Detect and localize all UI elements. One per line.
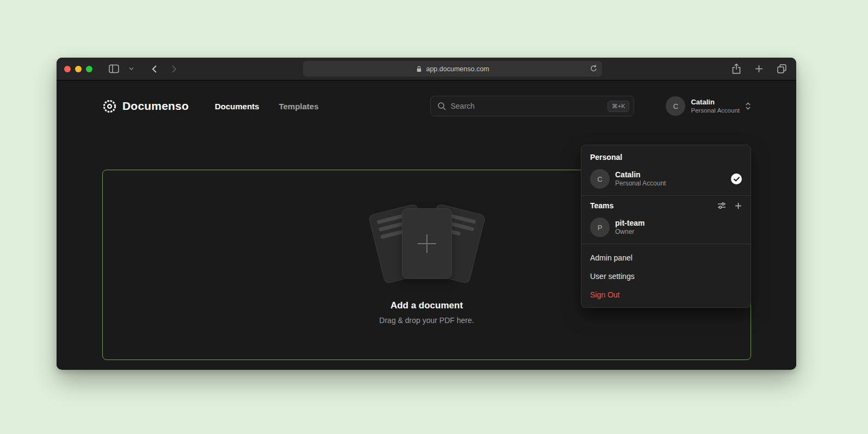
- sliders-icon: [717, 202, 726, 209]
- menu-item-admin-panel[interactable]: Admin panel: [581, 249, 751, 267]
- chevron-right-icon: [171, 65, 177, 73]
- nav-documents[interactable]: Documents: [215, 102, 259, 111]
- tabs-icon: [777, 64, 786, 73]
- share-button[interactable]: [730, 61, 743, 76]
- close-window-button[interactable]: [64, 66, 71, 72]
- sidebar-icon: [109, 64, 119, 73]
- titlebar-right-controls: [730, 61, 789, 76]
- chevron-down-icon: [129, 67, 134, 71]
- lock-icon: [416, 65, 423, 73]
- address-bar[interactable]: app.documenso.com: [303, 61, 602, 77]
- browser-window: app.documenso.com: [57, 58, 796, 370]
- teams-section-header: Teams: [581, 200, 751, 214]
- menu-divider: [581, 195, 751, 196]
- menu-item-sign-out[interactable]: Sign Out: [581, 286, 751, 304]
- personal-section-label: Personal: [581, 151, 751, 166]
- brand-name: Documenso: [122, 100, 189, 113]
- create-team-button[interactable]: [735, 202, 742, 209]
- url-text: app.documenso.com: [426, 65, 489, 73]
- tab-group-chevron-button[interactable]: [127, 65, 136, 73]
- brand[interactable]: Documenso: [102, 99, 189, 114]
- search-icon: [437, 102, 446, 110]
- personal-item-type: Personal Account: [615, 179, 726, 188]
- plus-icon: [735, 202, 742, 209]
- team-avatar: P: [590, 218, 610, 237]
- back-button[interactable]: [149, 63, 159, 76]
- selected-check-icon: [731, 173, 742, 184]
- account-avatar: C: [666, 96, 685, 116]
- plus-icon: [402, 209, 451, 278]
- dropzone-title: Add a document: [390, 300, 463, 311]
- share-icon: [732, 64, 741, 74]
- chevron-left-icon: [151, 65, 157, 73]
- chevron-up-down-icon: [745, 102, 751, 110]
- reload-button[interactable]: [590, 64, 597, 73]
- window-controls: [64, 66, 92, 72]
- team-item-name: pit-team: [615, 218, 742, 228]
- manage-teams-button[interactable]: [717, 202, 726, 209]
- nav-templates[interactable]: Templates: [279, 102, 319, 111]
- personal-avatar: C: [590, 169, 610, 189]
- documenso-logo-icon: [102, 99, 117, 114]
- new-tab-button[interactable]: [753, 61, 765, 76]
- minimize-window-button[interactable]: [75, 66, 82, 72]
- document-stack-illustration: [367, 205, 487, 284]
- menu-divider: [581, 244, 751, 244]
- app-header: Documenso Documents Templates ⌘+K C Cata…: [57, 80, 796, 132]
- team-item-role: Owner: [615, 228, 742, 237]
- dropzone-subtitle: Drag & drop your PDF here.: [379, 316, 474, 325]
- team-item-pit-team[interactable]: P pit-team Owner: [584, 214, 748, 243]
- personal-item-name: Catalin: [615, 170, 726, 179]
- zoom-window-button[interactable]: [86, 66, 92, 72]
- search-shortcut-badge: ⌘+K: [607, 101, 630, 112]
- add-document-card: [402, 208, 452, 279]
- account-type: Personal Account: [691, 107, 740, 114]
- account-dropdown-menu: Personal C Catalin Personal Account Team…: [581, 145, 751, 308]
- plus-icon: [755, 65, 763, 73]
- account-name: Catalin: [691, 98, 714, 107]
- search-input[interactable]: [450, 102, 603, 110]
- sidebar-toggle-button[interactable]: [107, 62, 121, 76]
- forward-button[interactable]: [169, 63, 179, 76]
- reload-icon: [590, 64, 597, 72]
- browser-titlebar: app.documenso.com: [57, 58, 796, 80]
- teams-section-label: Teams: [590, 201, 613, 210]
- menu-item-user-settings[interactable]: User settings: [581, 267, 751, 286]
- tab-overview-button[interactable]: [775, 61, 789, 76]
- documenso-page: Documenso Documents Templates ⌘+K C Cata…: [57, 80, 796, 369]
- account-menu-trigger[interactable]: C Catalin Personal Account: [666, 96, 751, 116]
- search-box[interactable]: ⌘+K: [430, 96, 634, 116]
- main-nav: Documents Templates: [215, 102, 319, 111]
- personal-account-item[interactable]: C Catalin Personal Account: [584, 166, 748, 194]
